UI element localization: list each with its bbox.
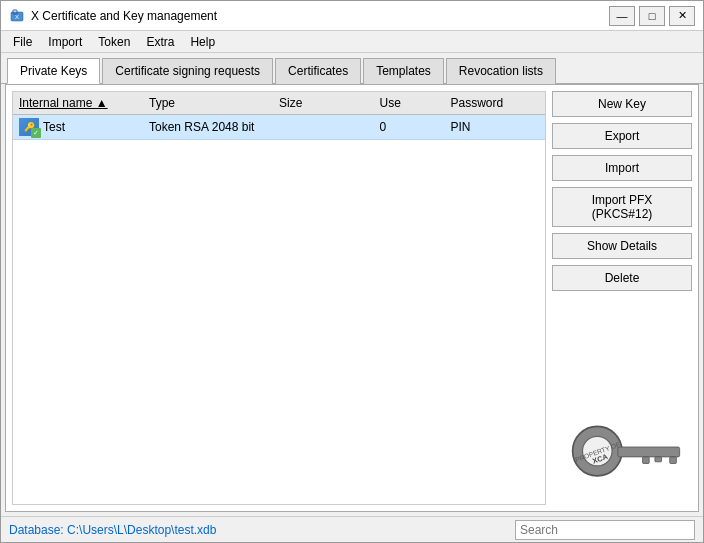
col-header-type[interactable]: Type (143, 94, 273, 112)
import-button[interactable]: Import (552, 155, 692, 181)
window-title: X Certificate and Key management (31, 9, 609, 23)
title-bar: X X Certificate and Key management — □ ✕ (1, 1, 703, 31)
tab-revocation[interactable]: Revocation lists (446, 58, 556, 84)
main-window: X X Certificate and Key management — □ ✕… (0, 0, 704, 543)
cell-type: Token RSA 2048 bit (143, 119, 273, 135)
new-key-button[interactable]: New Key (552, 91, 692, 117)
import-pfx-button[interactable]: Import PFX (PKCS#12) (552, 187, 692, 227)
minimize-button[interactable]: — (609, 6, 635, 26)
cell-password: PIN (445, 119, 546, 135)
tab-certificates[interactable]: Certificates (275, 58, 361, 84)
svg-rect-6 (643, 457, 650, 464)
cell-name: 🔑 Test (13, 117, 143, 137)
cell-size (273, 126, 374, 128)
svg-rect-7 (655, 457, 662, 462)
menu-item-file[interactable]: File (5, 33, 40, 51)
svg-rect-5 (618, 447, 680, 457)
tab-private-keys[interactable]: Private Keys (7, 58, 100, 84)
app-icon: X (9, 8, 25, 24)
menu-item-import[interactable]: Import (40, 33, 90, 51)
menu-bar: FileImportTokenExtraHelp (1, 31, 703, 53)
menu-item-extra[interactable]: Extra (138, 33, 182, 51)
close-button[interactable]: ✕ (669, 6, 695, 26)
col-header-name[interactable]: Internal name ▲ (13, 94, 143, 112)
export-button[interactable]: Export (552, 123, 692, 149)
col-header-use[interactable]: Use (374, 94, 445, 112)
svg-rect-8 (670, 457, 677, 464)
key-icon: 🔑 (19, 118, 39, 136)
table-body: 🔑 Test Token RSA 2048 bit 0 PIN (13, 115, 545, 504)
table-row[interactable]: 🔑 Test Token RSA 2048 bit 0 PIN (13, 115, 545, 140)
db-label-text: Database: (9, 523, 64, 537)
svg-text:X: X (15, 14, 19, 20)
table-section: Internal name ▲ Type Size Use Password 🔑… (12, 91, 546, 505)
status-bar: Database: C:\Users\L\Desktop\test.xdb (1, 516, 703, 542)
menu-item-help[interactable]: Help (182, 33, 223, 51)
delete-button[interactable]: Delete (552, 265, 692, 291)
content-area: Internal name ▲ Type Size Use Password 🔑… (5, 84, 699, 512)
tab-templates[interactable]: Templates (363, 58, 444, 84)
db-path-label: Database: C:\Users\L\Desktop\test.xdb (9, 523, 216, 537)
col-header-password[interactable]: Password (445, 94, 546, 112)
table-header: Internal name ▲ Type Size Use Password (13, 92, 545, 115)
window-controls: — □ ✕ (609, 6, 695, 26)
show-details-button[interactable]: Show Details (552, 233, 692, 259)
key-decorative-image: PROPERTY OF XCA (552, 397, 692, 505)
db-path-text: C:\Users\L\Desktop\test.xdb (67, 523, 216, 537)
maximize-button[interactable]: □ (639, 6, 665, 26)
cell-use: 0 (374, 119, 445, 135)
tabs-bar: Private KeysCertificate signing requests… (1, 53, 703, 84)
tab-csr[interactable]: Certificate signing requests (102, 58, 273, 84)
col-header-size[interactable]: Size (273, 94, 374, 112)
buttons-section: New KeyExportImportImport PFX (PKCS#12)S… (552, 91, 692, 505)
search-input[interactable] (515, 520, 695, 540)
menu-item-token[interactable]: Token (90, 33, 138, 51)
